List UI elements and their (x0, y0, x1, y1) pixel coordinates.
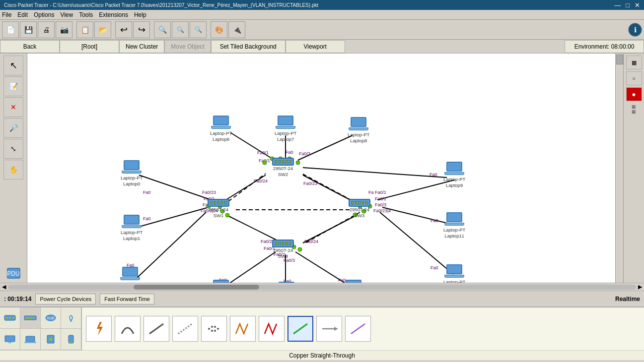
zoom-out-button[interactable]: 🔍 (190, 21, 207, 38)
laptop-category[interactable] (20, 329, 41, 350)
horizontal-scrollbar[interactable]: ◀ ▶ (0, 283, 644, 291)
new-button[interactable]: 📄 (2, 21, 19, 38)
menu-help[interactable]: Help (134, 11, 146, 18)
laptop6[interactable]: Laptop-PTLaptop6 (210, 116, 232, 143)
inspect-tool[interactable]: 🔎 (3, 118, 23, 138)
svg-point-55 (296, 161, 300, 165)
laptop7[interactable]: Laptop-PTLaptop7 (275, 116, 296, 143)
back-button[interactable]: Back (0, 40, 60, 53)
stop-tool[interactable]: ● (626, 87, 642, 101)
scroll-right-button[interactable]: ▶ (638, 284, 642, 290)
laptop7-label: Laptop-PTLaptop7 (275, 130, 296, 143)
viewport-button[interactable]: Viewport (286, 40, 345, 53)
menu-extensions[interactable]: Extensions (99, 11, 128, 18)
sw1[interactable]: 2950T-24SW1 (208, 199, 229, 219)
switch-category[interactable] (20, 307, 41, 328)
curved-cable[interactable] (115, 316, 141, 342)
menu-tools[interactable]: Tools (79, 11, 93, 18)
svg-point-54 (263, 161, 267, 165)
window-controls[interactable]: — □ ✕ (614, 1, 640, 9)
root-button[interactable]: [Root] (60, 40, 119, 53)
sw4[interactable]: 2950T-24SW4 (272, 240, 294, 260)
open-button[interactable]: 📂 (94, 21, 111, 38)
laptop0-label: Laptop-PTLaptop0 (121, 175, 143, 187)
dotted-cable[interactable] (201, 316, 227, 342)
tiled-background-button[interactable]: Set Tiled Background (211, 40, 286, 53)
arrow-right-cable[interactable] (316, 316, 342, 342)
print-button[interactable]: 🖨 (38, 21, 55, 38)
vertical-scrollbar[interactable] (615, 54, 623, 283)
custom-button[interactable]: 🔌 (228, 21, 245, 38)
laptop4-icon (277, 282, 296, 283)
svg-line-11 (226, 215, 281, 242)
maximize-button[interactable]: □ (626, 1, 630, 9)
close-button[interactable]: ✕ (635, 1, 640, 9)
laptop0[interactable]: Laptop-PTLaptop0 (121, 160, 143, 187)
redo-button[interactable]: ↪ (133, 21, 150, 38)
router-category[interactable] (0, 307, 20, 328)
laptop10[interactable]: Laptop-PTLaptop10 (443, 264, 465, 283)
laptop5[interactable]: Laptop-PTLaptop5 (343, 280, 364, 283)
diagonal-cable[interactable] (345, 316, 371, 342)
svg-text:PDU: PDU (7, 270, 19, 277)
palette-button[interactable]: 🎨 (211, 21, 227, 38)
move-tool[interactable]: ✋ (3, 160, 23, 180)
laptop9[interactable]: Laptop-PTLaptop9 (443, 162, 465, 189)
svg-rect-85 (26, 336, 35, 342)
resize-tool[interactable]: ⤡ (3, 139, 23, 159)
select-tool[interactable]: ↖ (3, 56, 23, 75)
svg-text:Fa Fa0/1: Fa Fa0/1 (368, 190, 386, 195)
hub-category[interactable]: HUB (41, 307, 61, 328)
menu-edit[interactable]: Edit (17, 11, 28, 18)
menu-view[interactable]: View (60, 11, 73, 18)
laptop8[interactable]: Laptop-PTLaptop8 (348, 117, 369, 144)
new-cluster-button[interactable]: New Cluster (119, 40, 164, 53)
menu-file[interactable]: File (2, 11, 11, 18)
svg-text:Fa0/1: Fa0/1 (257, 150, 269, 155)
laptop1[interactable]: Laptop-PTLaptop1 (121, 215, 143, 242)
laptop11[interactable]: Laptop-PTLaptop11 (443, 212, 465, 240)
laptop3[interactable]: Laptop-PTLaptop3 (210, 280, 232, 283)
menu-options[interactable]: Options (34, 11, 54, 18)
straight-cable[interactable] (143, 316, 169, 342)
scroll-thumb-h[interactable] (134, 285, 259, 290)
laptop2[interactable]: Laptop-PTLaptop2 (119, 267, 141, 283)
zoom-in-button[interactable]: 🔍 (154, 21, 171, 38)
delete-tool[interactable]: ✕ (3, 97, 23, 117)
wireless-category[interactable] (61, 307, 81, 328)
lightning-cable[interactable] (86, 316, 112, 342)
svg-text:Fa0: Fa0 (430, 265, 438, 270)
info-button[interactable]: ℹ (628, 23, 642, 37)
laptop4[interactable]: Laptop-PTLaptop4 (276, 282, 297, 283)
note-tool[interactable]: 📝 (3, 76, 23, 96)
save-button[interactable]: 💾 (20, 21, 37, 38)
pc-category[interactable] (0, 329, 20, 350)
move-object-button[interactable]: Move Object (164, 40, 211, 53)
sw2[interactable]: 2950T-24SW2 (272, 158, 294, 178)
copy-button[interactable]: 📋 (76, 21, 93, 38)
fast-forward-button[interactable]: Fast Forward Time (100, 294, 154, 304)
palette-tool[interactable]: ▦ (626, 56, 642, 69)
straight-green-cable[interactable] (287, 316, 313, 342)
phone-category[interactable] (61, 329, 81, 350)
power-cycle-button[interactable]: Power Cycle Devices (35, 294, 96, 304)
snapshot-button[interactable]: 📷 (56, 21, 72, 38)
undo-button[interactable]: ↩ (115, 21, 132, 38)
laptop1-icon (122, 215, 142, 230)
server-category[interactable] (41, 329, 61, 350)
laptop8-icon (349, 117, 368, 132)
laptop5-icon (344, 280, 363, 283)
angled-cable[interactable] (172, 316, 198, 342)
scroll-left-button[interactable]: ◀ (2, 284, 6, 290)
network-canvas[interactable]: Fa0/1 Fa0 Fa0/3 Fa0/24 Fa0/23 Fa0/1 Fa0/… (27, 54, 623, 283)
zoom-fit-button[interactable]: 🔍 (172, 21, 189, 38)
svg-text:Fa0/23: Fa0/23 (303, 181, 317, 186)
minimize-button[interactable]: — (614, 1, 621, 9)
svg-line-5 (226, 175, 266, 200)
sw3[interactable]: 2950T-24SW3 (349, 199, 370, 219)
unknown-tool1[interactable]: ○ (626, 71, 642, 85)
zigzag-cable[interactable] (230, 316, 256, 342)
scroll-thumb[interactable] (616, 55, 623, 64)
laptop11-icon (444, 212, 464, 227)
zigzag-red-cable[interactable] (259, 316, 285, 342)
